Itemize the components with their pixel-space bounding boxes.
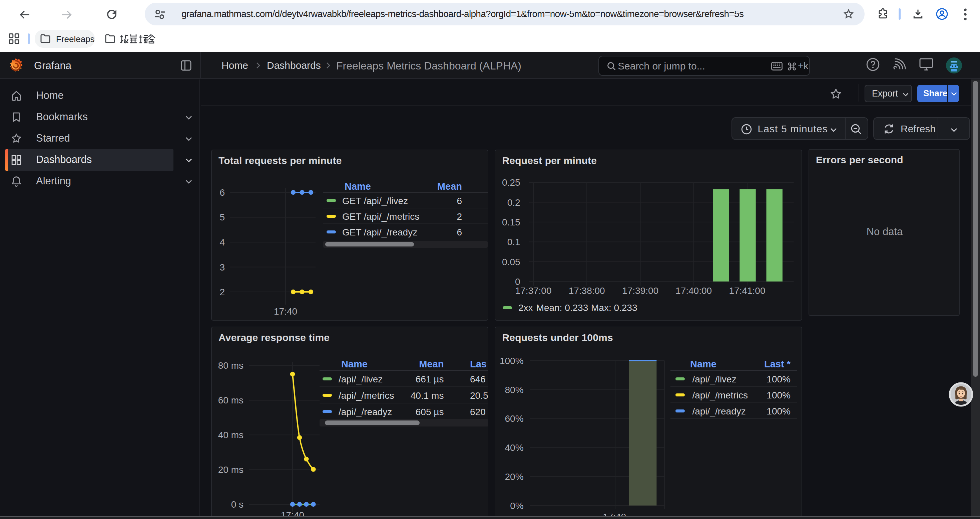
svg-text:2: 2	[220, 287, 225, 297]
svg-text:0%: 0%	[510, 501, 524, 511]
svg-text:6: 6	[220, 187, 225, 198]
svg-text:100%: 100%	[500, 356, 524, 366]
svg-text:4: 4	[220, 237, 225, 248]
svg-text:17:40: 17:40	[274, 306, 297, 316]
svg-text:0.15: 0.15	[502, 217, 520, 227]
svg-text:60%: 60%	[505, 414, 524, 424]
svg-text:20%: 20%	[505, 471, 524, 482]
svg-text:17:41:00: 17:41:00	[729, 286, 765, 296]
svg-text:3: 3	[220, 262, 225, 273]
svg-text:0.1: 0.1	[508, 237, 520, 247]
svg-text:0.2: 0.2	[508, 197, 520, 208]
svg-text:5: 5	[220, 212, 225, 222]
svg-text:40%: 40%	[505, 442, 524, 453]
svg-text:80 ms: 80 ms	[218, 360, 243, 371]
svg-text:0.05: 0.05	[502, 257, 520, 267]
svg-text:0 s: 0 s	[231, 499, 243, 509]
svg-text:17:38:00: 17:38:00	[569, 286, 605, 296]
svg-text:80%: 80%	[505, 385, 524, 395]
svg-text:0.25: 0.25	[502, 177, 520, 188]
svg-text:40 ms: 40 ms	[218, 430, 243, 440]
svg-text:17:37:00: 17:37:00	[515, 286, 552, 296]
svg-text:17:40:00: 17:40:00	[675, 286, 712, 296]
svg-text:20 ms: 20 ms	[218, 465, 243, 475]
svg-text:17:39:00: 17:39:00	[622, 286, 659, 296]
svg-text:60 ms: 60 ms	[218, 395, 243, 406]
